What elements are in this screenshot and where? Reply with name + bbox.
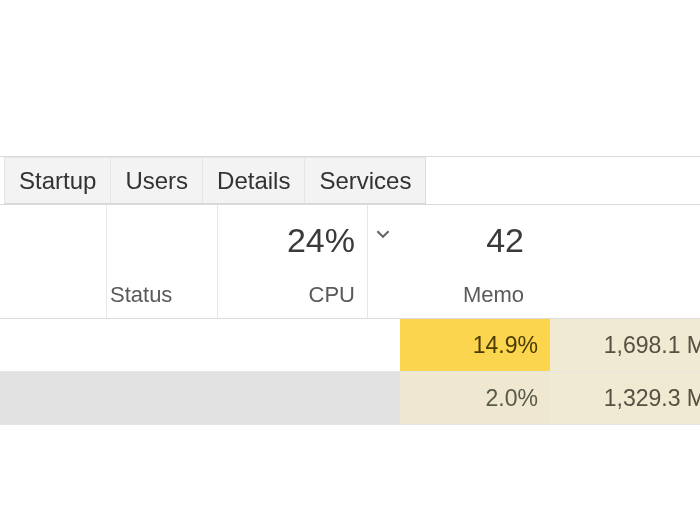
process-rows: 14.9% 1,698.1 M 2.0% 1,329.3 M — [0, 319, 700, 425]
tab-label: Startup — [19, 167, 96, 195]
cell-cpu: 14.9% — [400, 319, 550, 371]
column-name[interactable] — [0, 205, 107, 318]
cell-cpu: 2.0% — [400, 372, 550, 424]
cell-memory: 1,329.3 M — [550, 372, 700, 424]
tab-details[interactable]: Details — [203, 157, 305, 204]
memory-value: 1,329.3 M — [604, 385, 700, 412]
cell-name — [0, 319, 107, 371]
tab-startup[interactable]: Startup — [4, 157, 111, 204]
cell-memory: 1,698.1 M — [550, 319, 700, 371]
cell-name — [0, 372, 107, 424]
tab-label: Users — [125, 167, 188, 195]
column-cpu[interactable]: 24% CPU — [218, 205, 368, 318]
column-cpu-label: CPU — [309, 282, 355, 308]
cpu-value: 14.9% — [473, 332, 538, 359]
tab-services[interactable]: Services — [305, 157, 426, 204]
table-row[interactable]: 2.0% 1,329.3 M — [0, 372, 700, 425]
task-manager-fragment: Startup Users Details Services Status 24… — [0, 0, 700, 525]
chevron-down-icon — [376, 227, 390, 241]
column-memory[interactable]: 42 Memo — [368, 205, 518, 318]
column-memory-label: Memo — [463, 282, 524, 308]
memory-value: 1,698.1 M — [604, 332, 700, 359]
tab-label: Details — [217, 167, 290, 195]
cpu-value: 2.0% — [486, 385, 538, 412]
cpu-usage-percent: 24% — [287, 221, 355, 260]
column-status[interactable]: Status — [107, 205, 218, 318]
memory-usage-percent: 42 — [486, 221, 524, 260]
column-headers: Status 24% CPU 42 Memo — [0, 205, 700, 319]
top-spacer — [0, 0, 700, 156]
tab-users[interactable]: Users — [111, 157, 203, 204]
tab-label: Services — [319, 167, 411, 195]
cell-status — [107, 319, 400, 371]
table-row[interactable]: 14.9% 1,698.1 M — [0, 319, 700, 372]
tab-strip: Startup Users Details Services — [0, 156, 700, 205]
cell-status — [107, 372, 400, 424]
column-status-label: Status — [110, 282, 172, 308]
